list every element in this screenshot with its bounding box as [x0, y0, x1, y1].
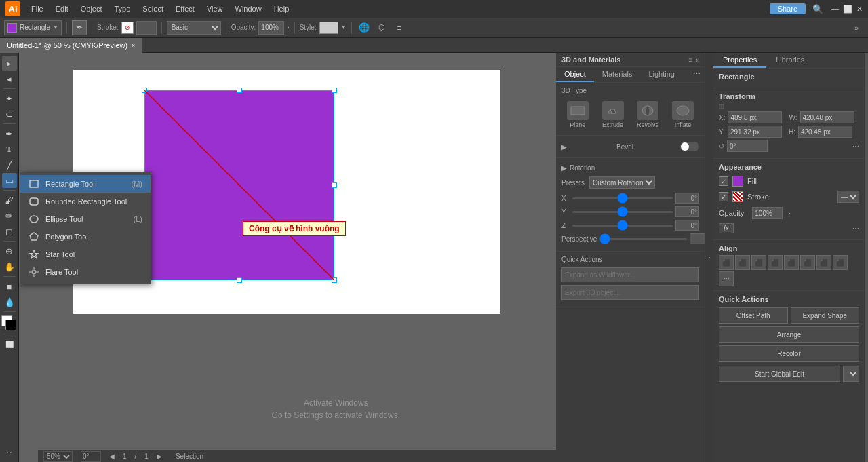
align-bottom-btn[interactable]: ⬛	[800, 255, 815, 270]
fill-swatch-btn[interactable]	[732, 176, 743, 187]
handle-bm[interactable]	[237, 277, 242, 283]
tab-object[interactable]: Object	[556, 67, 594, 82]
expand-shape-btn[interactable]: Expand Shape	[791, 307, 860, 324]
w-size-input[interactable]	[800, 111, 854, 123]
opacity-prop-more[interactable]: ›	[788, 210, 790, 217]
perspective-slider[interactable]	[599, 238, 687, 240]
align-right-icon[interactable]: ≡	[392, 20, 407, 35]
tool-lasso[interactable]: ⊂	[2, 107, 17, 121]
perspective-value-input[interactable]	[690, 233, 705, 244]
tool-shape[interactable]: ▭	[2, 173, 17, 188]
stroke-color-none[interactable]: ⊘	[121, 22, 134, 34]
handle-tr[interactable]	[332, 88, 337, 93]
menu-effect[interactable]: Effect	[170, 3, 200, 14]
opacity-input[interactable]	[258, 21, 284, 35]
stroke-weight-input[interactable]	[136, 21, 157, 35]
y-coord-input[interactable]	[728, 126, 782, 138]
tool-line[interactable]: ╱	[2, 157, 17, 172]
style-swatch[interactable]	[319, 22, 338, 34]
x-slider[interactable]	[572, 197, 673, 199]
flyout-item-rounded-rect[interactable]: Rounded Rectangle Tool	[20, 193, 151, 210]
stroke-dropdown[interactable]: —	[837, 191, 859, 203]
transform-more-icon[interactable]: ⋯	[852, 142, 859, 150]
align-center-v-btn[interactable]: ⬛	[784, 255, 799, 270]
3d-type-revolve[interactable]: Revolve	[632, 98, 665, 131]
bevel-toggle[interactable]	[680, 142, 699, 151]
shape-selector[interactable]: Rectangle ▼	[4, 20, 62, 35]
flyout-item-rectangle[interactable]: Rectangle Tool (M)	[20, 175, 151, 193]
rotation-input[interactable]	[81, 451, 101, 462]
tool-direct-select[interactable]: ◂	[2, 71, 17, 86]
y-value-input[interactable]	[675, 206, 699, 217]
rotation-expand-icon[interactable]: ▶	[561, 164, 567, 172]
tool-more[interactable]: ···	[2, 444, 17, 459]
angle-input[interactable]	[727, 140, 768, 152]
maximize-icon[interactable]: ⬜	[843, 5, 852, 14]
y-slider[interactable]	[572, 211, 673, 213]
opacity-more-btn[interactable]: ›	[287, 24, 289, 31]
tool-brush[interactable]: 🖌	[2, 193, 17, 208]
3d-type-extrude[interactable]: Extrude	[597, 98, 629, 131]
tool-eyedropper[interactable]: 💧	[2, 294, 17, 309]
appearance-more-icon[interactable]: ⋯	[852, 225, 859, 232]
tool-eraser[interactable]: ◻	[2, 224, 17, 239]
panel-3d-options-icon[interactable]: ≡	[689, 56, 693, 64]
tool-selection[interactable]: ▸	[2, 56, 17, 71]
tool-gradient[interactable]: ■	[2, 279, 17, 294]
distribute-h-btn[interactable]: ⬛	[816, 255, 831, 270]
flyout-item-flare[interactable]: Flare Tool	[20, 263, 151, 281]
handle-tm[interactable]	[237, 88, 242, 93]
3d-type-inflate[interactable]: Inflate	[667, 98, 699, 131]
minimize-icon[interactable]: —	[831, 5, 839, 14]
tab-close-btn[interactable]: ×	[132, 42, 135, 49]
panel-collapse-btn[interactable]: ›	[705, 53, 713, 462]
recolor-btn[interactable]: Recolor	[719, 345, 859, 362]
flyout-item-polygon[interactable]: Polygon Tool	[20, 228, 151, 246]
handle-br[interactable]	[332, 277, 337, 283]
stroke-swatch-btn[interactable]	[732, 191, 743, 202]
flyout-item-ellipse[interactable]: Ellipse Tool (L)	[20, 210, 151, 228]
style-dropdown-icon[interactable]: ▼	[341, 24, 347, 31]
selected-rectangle[interactable]	[144, 90, 334, 280]
menu-type[interactable]: Type	[109, 3, 136, 14]
export-3d-input[interactable]	[561, 285, 699, 300]
start-global-edit-btn[interactable]: Start Global Edit	[719, 366, 840, 382]
tool-text[interactable]: T	[2, 142, 17, 157]
x-value-input[interactable]	[675, 193, 699, 204]
tool-hand[interactable]: ✋	[2, 259, 17, 274]
3d-type-plane[interactable]: Plane	[561, 98, 594, 131]
global-edit-options[interactable]: ▼	[843, 366, 859, 382]
expand-wildflower-input[interactable]	[561, 267, 699, 282]
align-more-btn[interactable]: ⋯	[719, 271, 734, 286]
menu-edit[interactable]: Edit	[50, 3, 74, 14]
page-prev-btn[interactable]: ◀	[109, 453, 115, 460]
handle-mr[interactable]	[332, 182, 337, 188]
share-button[interactable]: Share	[770, 3, 806, 14]
close-icon[interactable]: ✕	[856, 5, 863, 14]
handle-tl[interactable]	[142, 88, 147, 93]
distribute-v-btn[interactable]: ⬛	[833, 255, 848, 270]
tab-materials[interactable]: Materials	[594, 67, 641, 82]
h-size-input[interactable]	[798, 126, 852, 138]
opacity-prop-input[interactable]	[752, 207, 783, 219]
flyout-item-star[interactable]: Star Tool	[20, 246, 151, 263]
menu-file[interactable]: File	[26, 3, 49, 14]
tool-pen[interactable]: ✒	[2, 126, 17, 141]
page-next-btn[interactable]: ▶	[157, 453, 162, 460]
panel-3d-collapse-icon[interactable]: «	[695, 56, 699, 64]
fx-btn[interactable]: fx	[719, 223, 734, 233]
tool-zoom[interactable]: ⊕	[2, 244, 17, 258]
tab-libraries[interactable]: Libraries	[766, 53, 814, 68]
color-swatches[interactable]	[1, 315, 18, 332]
arrange-btn[interactable]: Arrange	[719, 326, 859, 343]
panel-toggle-3d[interactable]: »	[849, 20, 864, 35]
menu-help[interactable]: Help	[269, 3, 295, 14]
custom-rotation-select[interactable]: Custom Rotation	[589, 176, 655, 189]
tab-lighting[interactable]: Lighting	[640, 67, 683, 82]
background-swatch[interactable]	[5, 320, 16, 330]
x-coord-input[interactable]	[728, 111, 782, 123]
menu-object[interactable]: Object	[75, 3, 108, 14]
z-slider[interactable]	[572, 225, 673, 227]
panel-3d-menu-icon[interactable]: ⋯	[689, 67, 705, 82]
fill-checkbox[interactable]: ✓	[719, 176, 728, 186]
